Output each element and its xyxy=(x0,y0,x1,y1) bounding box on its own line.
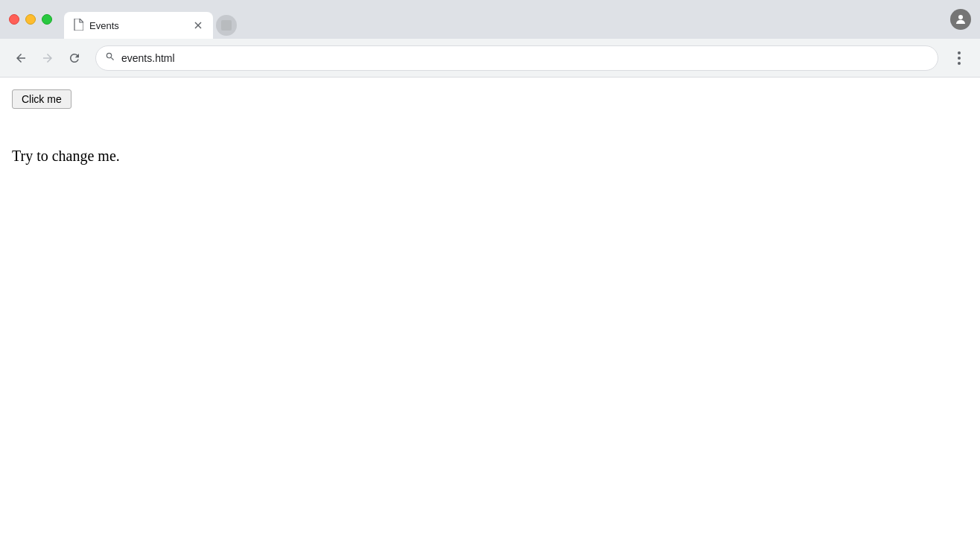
svg-point-4 xyxy=(958,51,961,54)
new-tab-button[interactable] xyxy=(216,15,237,36)
tab-close-button[interactable] xyxy=(192,19,204,31)
browser-chrome: Events xyxy=(0,0,980,177)
tabs-container: Events xyxy=(64,0,950,39)
url-text: events.html xyxy=(121,52,929,64)
profile-avatar[interactable] xyxy=(950,9,971,30)
tab-page-icon xyxy=(73,19,83,33)
paragraph-text: Try to change me. xyxy=(12,148,968,165)
traffic-lights xyxy=(9,14,52,25)
tab-title: Events xyxy=(89,20,186,31)
svg-rect-2 xyxy=(221,20,232,31)
address-bar[interactable]: events.html xyxy=(95,45,938,71)
search-icon xyxy=(105,51,115,64)
reload-button[interactable] xyxy=(63,46,86,70)
active-tab[interactable]: Events xyxy=(64,12,213,39)
forward-button[interactable] xyxy=(36,46,60,70)
svg-point-3 xyxy=(958,15,963,19)
nav-bar: events.html xyxy=(0,39,980,78)
svg-point-5 xyxy=(958,57,961,60)
minimize-button[interactable] xyxy=(25,14,36,25)
page-content: Click me Try to change me. xyxy=(0,78,980,177)
maximize-button[interactable] xyxy=(42,14,52,25)
back-button[interactable] xyxy=(9,46,33,70)
svg-point-6 xyxy=(958,62,961,65)
close-button[interactable] xyxy=(9,14,19,25)
click-me-button[interactable]: Click me xyxy=(12,89,71,109)
title-bar: Events xyxy=(0,0,980,39)
more-menu-button[interactable] xyxy=(947,46,971,70)
